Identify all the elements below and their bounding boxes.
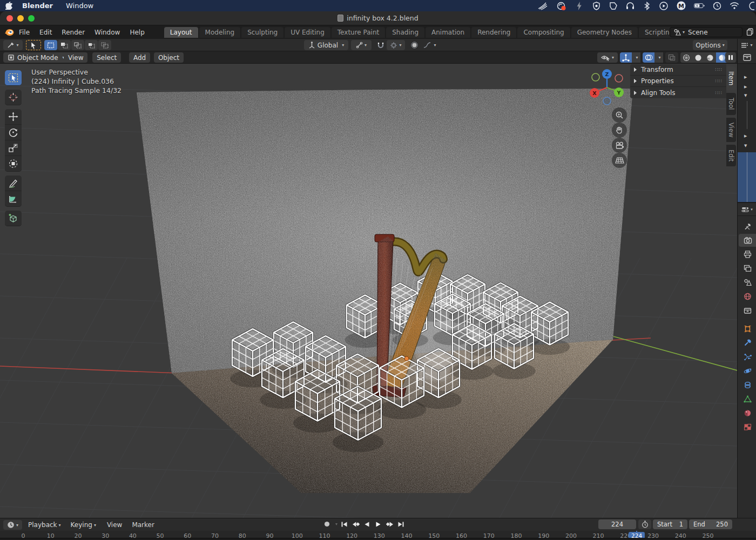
properties-tab-particles[interactable] [739, 350, 756, 363]
gizmo-dropdown[interactable]: ▾ [632, 52, 640, 63]
outliner-expand-arrow[interactable]: ▼ [744, 144, 747, 148]
sidebar-tab-edit[interactable]: Edit [726, 145, 736, 166]
viewport-menu-select[interactable]: Select [92, 52, 121, 63]
wireframe-cube[interactable] [530, 302, 570, 355]
transform-orientation-dropdown[interactable]: Global▾ [304, 40, 348, 50]
sidebar-tab-tool[interactable]: Tool [726, 93, 736, 114]
timeline-menu-playback[interactable]: Playback▾ [24, 520, 65, 530]
pause-samples-button[interactable] [725, 52, 736, 63]
properties-tab-view-layer[interactable] [739, 262, 756, 275]
panel-header-properties[interactable]: Properties∷∷ [630, 76, 726, 87]
tool-measure-button[interactable] [5, 191, 22, 207]
select-mode-invert-button[interactable] [85, 40, 98, 50]
snap-toggle-button[interactable] [375, 40, 387, 50]
show-overlays-toggle[interactable] [643, 52, 654, 63]
panel-header-transform[interactable]: Transform∷∷ [630, 64, 726, 76]
battery-icon[interactable] [694, 0, 705, 11]
viewport-menu-object[interactable]: Object [154, 52, 184, 63]
snap-target-dropdown[interactable]: ▾ [351, 40, 372, 50]
workspace-tab-modeling[interactable]: Modeling [199, 27, 241, 38]
shading-material-button[interactable] [704, 52, 716, 63]
zoom-button[interactable] [612, 107, 627, 123]
navigation-gizmo[interactable]: Z X Y [586, 68, 629, 110]
apple-menu-icon[interactable] [5, 2, 12, 10]
properties-tab-material[interactable] [739, 407, 756, 420]
timeline-menu-marker[interactable]: Marker [127, 521, 159, 529]
properties-tab-modifiers[interactable] [739, 336, 756, 349]
timeline-menu-keying[interactable]: Keying▾ [67, 520, 100, 530]
menubar-menu-window[interactable]: Window [66, 2, 93, 10]
workspace-tab-geometry-nodes[interactable]: Geometry Nodes [571, 27, 638, 38]
record-button[interactable] [322, 519, 332, 529]
tool-scale-button[interactable] [5, 140, 22, 156]
screen-mirroring-icon[interactable] [537, 0, 548, 11]
m-badge-icon[interactable]: M [677, 0, 686, 11]
object-mode-dropdown[interactable]: Object Mode▾ [3, 52, 69, 63]
workspace-tab-uv-editing[interactable]: UV Editing [285, 27, 330, 38]
jump-start-button[interactable] [340, 519, 349, 529]
outliner-expand-arrow[interactable]: ▶ [744, 75, 747, 79]
topbar-menu-edit[interactable]: Edit [35, 29, 57, 36]
xray-toggle[interactable] [665, 52, 678, 63]
tool-select-box-button[interactable] [5, 70, 22, 86]
outliner-editor-type-button[interactable]: ▾ [737, 39, 756, 51]
sidebar-tab-view[interactable]: View [726, 118, 736, 142]
3d-viewport[interactable]: Object Mode▾ViewSelectAddObject▾▾▾▾ User… [0, 51, 737, 518]
topbar-menu-window[interactable]: Window [90, 29, 125, 36]
privacy-shield-icon[interactable] [592, 0, 600, 11]
shading-wireframe-button[interactable] [680, 52, 692, 63]
properties-editor-type-button[interactable]: ▾ [738, 203, 756, 216]
bluetooth-icon[interactable] [643, 0, 651, 11]
workspace-tab-sculpting[interactable]: Sculpting [241, 27, 284, 38]
timeline-editor-type-button[interactable]: ▾ [3, 520, 22, 530]
viewport-menu-add[interactable]: Add [129, 52, 150, 63]
next-keyframe-button[interactable] [385, 519, 394, 529]
panel-grip-icon[interactable]: ∷∷ [716, 67, 723, 72]
outliner-expand-arrow[interactable]: ▼ [744, 93, 747, 98]
workspace-tab-rendering[interactable]: Rendering [471, 27, 516, 38]
overlays-dropdown[interactable]: ▾ [654, 52, 663, 63]
panel-grip-icon[interactable]: ∷∷ [716, 78, 723, 84]
panel-grip-icon[interactable]: ∷∷ [716, 90, 723, 96]
tool-options-dropdown[interactable]: ▾ [3, 40, 23, 50]
object-origin-dot[interactable] [404, 356, 409, 361]
properties-tab-scene[interactable] [739, 276, 756, 289]
window-titlebar[interactable]: infinity box 4.2.blend [0, 11, 756, 25]
selectability-visibility-dropdown[interactable]: ▾ [597, 52, 618, 63]
panel-header-align-tools[interactable]: Align Tools∷∷ [630, 87, 726, 98]
topbar-menu-render[interactable]: Render [57, 29, 90, 36]
topbar-menu-help[interactable]: Help [125, 29, 149, 36]
proportional-edit-toggle[interactable] [408, 40, 420, 50]
workspace-tab-texture-paint[interactable]: Texture Paint [332, 27, 385, 38]
outliner-expand-arrow[interactable]: ▶ [744, 85, 747, 89]
blender-logo-icon[interactable] [4, 28, 14, 36]
play-circle-icon[interactable] [659, 0, 668, 11]
wireframe-cube[interactable] [492, 323, 535, 379]
workspace-tab-compositing[interactable]: Compositing [517, 27, 570, 38]
properties-tab-data[interactable] [739, 393, 756, 406]
tool-transform-button[interactable] [5, 156, 22, 172]
options-dropdown[interactable]: Options▾ [693, 40, 727, 50]
tool-add-cube-button[interactable] [5, 211, 22, 226]
properties-tab-texture[interactable] [739, 421, 756, 434]
new-scene-button[interactable] [746, 28, 754, 36]
wireframe-cube[interactable] [377, 356, 426, 419]
outliner-expand-arrow[interactable]: ▶ [744, 134, 747, 138]
tool-move-button[interactable] [5, 109, 22, 125]
tool-rotate-button[interactable] [5, 125, 22, 140]
current-frame-field[interactable]: 224 [598, 519, 636, 529]
properties-tab-tool[interactable] [739, 220, 756, 233]
menubar-app-name[interactable]: Blender [22, 2, 53, 10]
stopwatch-icon[interactable] [638, 519, 651, 529]
wifi-icon[interactable] [730, 0, 739, 11]
properties-tab-constraints[interactable] [739, 379, 756, 392]
timeline-menu-view[interactable]: View [102, 521, 127, 529]
show-gizmo-toggle[interactable] [620, 52, 632, 63]
snap-settings-dropdown[interactable]: ▾ [387, 40, 405, 50]
camera-view-button[interactable] [612, 138, 627, 153]
select-mode-new-button[interactable] [44, 40, 57, 50]
select-mode-intersect-button[interactable] [98, 40, 111, 50]
proportional-falloff-dropdown[interactable]: ▾ [420, 40, 440, 50]
flash-icon[interactable] [575, 0, 584, 11]
pointer-tag-icon[interactable] [609, 0, 618, 11]
